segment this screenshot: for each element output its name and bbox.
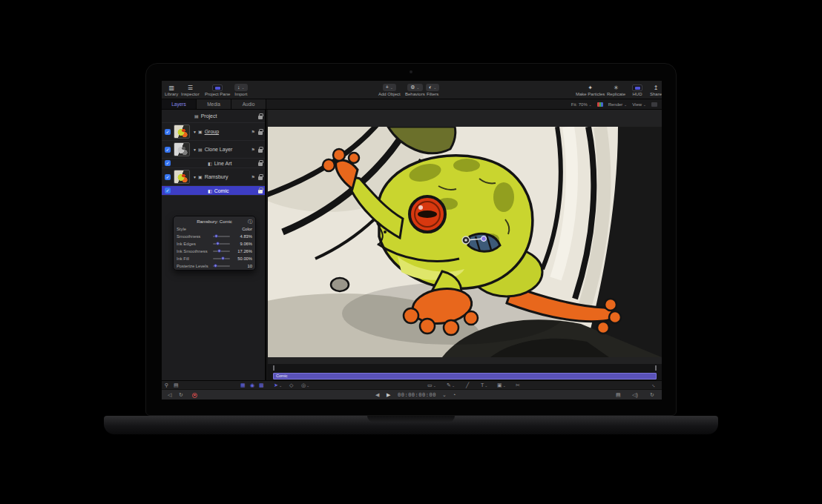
stage: ▥ Library ☰ Inspector Project Pane ↓ ⌄ I…	[0, 0, 822, 504]
tools-bar: ⚲ ▤ ▦ ◉ ▩ ➤⌄ ◇ ◎⌄ ▭⌄ ✎⌄ ╱ T⌄ ▣⌄ ✂ ↔	[162, 380, 662, 389]
layer-row-line-art[interactable]: ✓ ◧ Line Art	[162, 159, 265, 168]
ink-edges-slider[interactable]	[213, 243, 230, 245]
import-button[interactable]: ↓ ⌄ Import	[234, 82, 248, 99]
project-doc-icon: ▤	[194, 113, 199, 119]
film-render-icon[interactable]: ▤	[616, 390, 621, 399]
timecode-menu-chevron-icon[interactable]: ⌄	[442, 390, 447, 399]
top-toolbar: ▥ Library ☰ Inspector Project Pane ↓ ⌄ I…	[162, 81, 662, 99]
make-particles-icon: ✦	[588, 84, 593, 91]
zoom-level-select[interactable]: Fit: 70% ⌄	[571, 102, 592, 107]
loop-playback-icon[interactable]: ↻	[179, 390, 183, 399]
channels-icon[interactable]	[597, 102, 603, 107]
layer-checkbox[interactable]: ✓	[165, 188, 171, 193]
lock-icon[interactable]	[258, 116, 263, 119]
lock-icon[interactable]	[258, 176, 263, 180]
speaker-icon[interactable]: ◁)	[632, 390, 638, 399]
library-button[interactable]: ▥ Library	[165, 82, 178, 99]
view-menu[interactable]: View ⌄	[632, 102, 646, 107]
tab-media[interactable]: Media	[197, 99, 231, 109]
isolate-icon[interactable]: ⚑	[251, 147, 255, 152]
play-button[interactable]: ▶	[387, 390, 390, 399]
layer-thumbnail	[174, 125, 190, 139]
previous-frame-button[interactable]: ◀	[375, 390, 379, 399]
clock-icon[interactable]: ◔	[453, 390, 456, 399]
lock-icon[interactable]	[258, 162, 263, 166]
ink-smoothness-slider[interactable]	[213, 251, 230, 252]
transport-bar: ◁ ↻ ◀ ▶ 00:00:00:00 ⌄ ◔ ▤ ◁) ↻	[162, 389, 662, 399]
canvas-image-frog	[268, 127, 662, 357]
add-object-button[interactable]: + ⌄ Add Object	[378, 82, 401, 99]
timeline-clip-comic[interactable]: Comic	[273, 373, 657, 379]
import-icon: ↓ ⌄	[234, 84, 248, 91]
laptop-lid: ▥ Library ☰ Inspector Project Pane ↓ ⌄ I…	[145, 63, 677, 416]
layer-checkbox[interactable]: ✓	[165, 129, 171, 135]
inspector-icon: ☰	[188, 84, 193, 91]
hud-row-ink-smoothness: Ink Smoothness 17.26%	[177, 248, 252, 255]
disclosure-icon[interactable]: ▼	[193, 147, 197, 152]
disclosure-icon[interactable]: ▼	[193, 175, 197, 179]
layer-thumbnail	[174, 170, 190, 184]
render-menu[interactable]: Render ⌄	[608, 102, 628, 107]
hud-row-ink-fill: Ink Fill 50.00%	[177, 255, 252, 262]
hud-button[interactable]: HUD	[632, 82, 642, 99]
isolate-icon[interactable]: ⚑	[251, 130, 255, 134]
clone-icon: ▤	[198, 147, 203, 152]
record-button[interactable]	[192, 393, 197, 398]
smoothness-slider[interactable]	[213, 236, 230, 237]
replicate-icon: ✳	[614, 84, 619, 91]
image-layer-icon: ▣	[198, 174, 203, 179]
tab-audio[interactable]: Audio	[231, 99, 266, 109]
project-pane-button[interactable]: Project Pane	[205, 82, 230, 99]
library-icon: ▥	[168, 84, 174, 91]
layer-row-project[interactable]: ▤ Project	[162, 110, 265, 123]
timecode-display[interactable]: 00:00:00:00	[398, 390, 436, 399]
behaviors-button[interactable]: ⚙ ⌄ Behaviors	[405, 82, 425, 99]
motion-app-window: ▥ Library ☰ Inspector Project Pane ↓ ⌄ I…	[162, 81, 662, 399]
layout-icon[interactable]	[651, 102, 657, 107]
filters-button[interactable]: ◐ ⌄ Filters	[426, 82, 439, 99]
layer-checkbox[interactable]: ✓	[165, 147, 171, 153]
replicate-button[interactable]: ✳ Replicate	[607, 82, 625, 99]
playhead-marker[interactable]	[273, 365, 274, 371]
hud-panel[interactable]: Ramsbury: Comic ⓘ Style Color Smoothness…	[173, 216, 256, 271]
disclosure-icon[interactable]: ▼	[193, 130, 197, 134]
info-icon[interactable]: ⓘ	[248, 219, 252, 225]
tab-layers[interactable]: Layers	[162, 99, 197, 109]
lock-icon[interactable]	[258, 190, 263, 193]
layer-checkbox[interactable]: ✓	[165, 160, 171, 166]
hud-row-style: Style Color	[177, 225, 252, 233]
mini-timeline[interactable]: Comic	[268, 364, 662, 380]
style-select[interactable]: Color	[232, 227, 252, 231]
lock-icon[interactable]	[258, 149, 263, 153]
layer-row-group[interactable]: ✓ ▼ ▣ Group ⚑	[162, 123, 265, 141]
loop-icon[interactable]: ↻	[650, 390, 654, 399]
lid-lift-notch	[367, 416, 455, 422]
view-options-bar: Fit: 70% ⌄ Render ⌄ View ⌄	[571, 99, 662, 109]
make-particles-button[interactable]: ✦ Make Particles	[576, 82, 605, 99]
layer-row-ramsbury[interactable]: ✓ ▼ ▣ Ramsbury ⚑	[162, 168, 265, 186]
lock-icon[interactable]	[258, 131, 263, 135]
webcam-icon	[410, 70, 412, 73]
layer-row-clone-layer[interactable]: ✓ ▼ ▤ Clone Layer ⚑	[162, 141, 265, 159]
layer-row-comic-selected[interactable]: ✓ ◧ Comic	[162, 186, 265, 196]
filter-icon: ◧	[208, 188, 212, 193]
layer-checkbox[interactable]: ✓	[165, 174, 171, 180]
out-point-marker[interactable]	[655, 365, 657, 371]
hud-row-ink-edges: Ink Edges 9.06%	[177, 240, 252, 248]
behaviors-gear-icon: ⚙ ⌄	[407, 84, 422, 91]
pane-tabs-row: Layers Media Audio Fit: 70% ⌄ Render ⌄ V…	[162, 99, 662, 110]
posterize-levels-slider[interactable]	[213, 265, 230, 267]
layer-thumbnail	[174, 142, 190, 156]
group-icon: ▣	[198, 129, 203, 134]
hud-row-posterize-levels: Posterize Levels 10	[177, 262, 252, 270]
share-button[interactable]: ↥ Share	[650, 82, 662, 99]
mute-icon[interactable]: ◁	[168, 390, 171, 399]
canvas-viewport[interactable]	[268, 110, 662, 364]
ink-fill-slider[interactable]	[213, 258, 230, 259]
isolate-icon[interactable]: ⚑	[251, 175, 255, 179]
inspector-button[interactable]: ☰ Inspector	[181, 82, 200, 99]
filters-icon: ◐ ⌄	[426, 84, 439, 91]
hud-icon	[632, 84, 642, 91]
share-icon: ↥	[654, 84, 659, 91]
project-pane-icon	[212, 84, 223, 91]
